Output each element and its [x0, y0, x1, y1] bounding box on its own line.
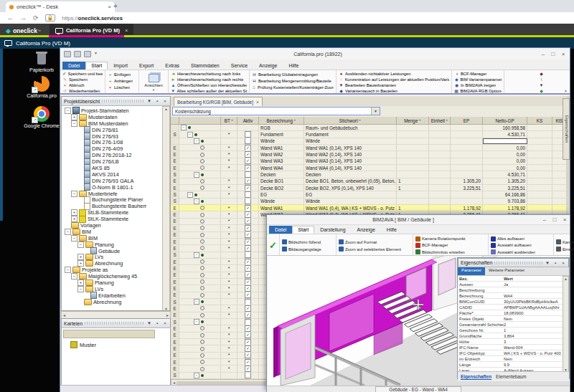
- bim-ribbon-tab-anzeige[interactable]: Anzeige: [352, 226, 381, 234]
- ep-cell[interactable]: [451, 165, 483, 171]
- bim-maximize-button[interactable]: □: [550, 216, 560, 223]
- netto-gp-cell[interactable]: 3.225,51: [483, 185, 527, 191]
- ep-cell[interactable]: [451, 131, 483, 137]
- collapsed-properties-tab[interactable]: Eigenschaften: [563, 98, 570, 160]
- tree-item[interactable]: Buchungstexte Bauherr: [63, 203, 163, 209]
- aktiv-cell[interactable]: ✓: [237, 145, 259, 150]
- aktiv-cell[interactable]: ✓: [237, 225, 259, 231]
- row-expander-icon[interactable]: −: [187, 192, 193, 198]
- bim-ribbon-tab-darstellung[interactable]: Darstellung: [314, 226, 351, 234]
- dropdown-icon[interactable]: ▼: [146, 99, 152, 103]
- close-icon[interactable]: ×: [560, 261, 566, 265]
- kts-cell[interactable]: [552, 171, 567, 177]
- einheit-cell[interactable]: [429, 151, 451, 157]
- ribbon-item[interactable]: ◑BCF-Manager: [454, 72, 502, 77]
- close-button[interactable]: ×: [558, 51, 568, 57]
- ribbon-item[interactable]: ◆: [539, 88, 568, 93]
- kts-cell[interactable]: [552, 199, 567, 204]
- tree-item[interactable]: Buchungstexte Planer: [63, 196, 163, 203]
- tree-expander-icon[interactable]: +: [71, 114, 77, 120]
- hierarchy-cell[interactable]: [179, 151, 221, 157]
- ribbon-tab-export[interactable]: Export: [133, 62, 159, 70]
- properties-tab-parameter[interactable]: Parameter: [458, 267, 485, 275]
- tree-vertical-scrollbar[interactable]: ▲▼: [162, 106, 170, 311]
- tree-item[interactable]: −Projekte as: [63, 267, 163, 273]
- ribbon-tab-extras[interactable]: Extras: [159, 62, 185, 70]
- aktiv-cell[interactable]: ✓: [237, 272, 259, 278]
- sort-icon[interactable]: ▼: [418, 119, 420, 122]
- stichwort-cell[interactable]: Raum- und Gebäudebuch: [304, 125, 397, 130]
- property-row[interactable]: Höhe3: [458, 339, 564, 345]
- tree-item[interactable]: −BIM: [63, 235, 163, 242]
- bim-ribbon-item[interactable]: Bildschirmfoto erstellen: [415, 249, 486, 255]
- menge-cell[interactable]: [397, 131, 429, 137]
- aktiv-checkbox[interactable]: ✓: [245, 292, 251, 298]
- table-row[interactable]: E*✓Wand WA4Wand WA4 (0,14), XPS 1400,00: [171, 165, 567, 171]
- property-row[interactable]: Freies ObjektNein: [458, 316, 564, 322]
- kts-cell[interactable]: [552, 165, 567, 171]
- tree-item[interactable]: −BIM Musterdaten: [63, 120, 163, 127]
- karteien-item-muster[interactable]: Muster: [70, 341, 96, 348]
- ep-cell[interactable]: [451, 145, 483, 150]
- sort-icon[interactable]: ▼: [231, 119, 233, 122]
- aktiv-cell[interactable]: ✓: [237, 353, 259, 358]
- ep-cell[interactable]: [451, 158, 483, 164]
- hierarchy-cell[interactable]: [179, 205, 221, 211]
- ks-cell[interactable]: [527, 125, 552, 130]
- einheit-cell[interactable]: [429, 145, 451, 150]
- properties-tab-weitere[interactable]: Weitere Parameter: [485, 267, 528, 275]
- ribbon-item[interactable]: ▼Bearbeiten Bauteilvarianten: [339, 83, 449, 88]
- bim-ribbon-item[interactable]: Zoom auf Format: [339, 239, 410, 245]
- tree-item[interactable]: DIN 276-4/09: [63, 145, 163, 152]
- tree-item[interactable]: −Planung: [63, 242, 163, 248]
- aktiv-checkbox[interactable]: ✓: [245, 345, 251, 351]
- hierarchy-cell[interactable]: −: [179, 199, 221, 204]
- row-expander-icon[interactable]: −: [181, 125, 187, 130]
- ribbon-tab-service[interactable]: Service: [225, 62, 253, 70]
- ribbon-item[interactable]: ►Hierarchieverschiebung nach rechts: [171, 77, 247, 82]
- aktiv-cell[interactable]: ✓: [237, 211, 259, 217]
- property-row[interactable]: LayerA-Wand Aussen: [458, 368, 564, 371]
- aktiv-checkbox[interactable]: ✓: [245, 333, 251, 338]
- column-header-blank[interactable]: [171, 117, 179, 125]
- bim-ribbon-item[interactable]: Kameraeinstellung speichern: [556, 239, 574, 245]
- aktiv-checkbox[interactable]: ✓: [245, 205, 251, 211]
- ks-cell[interactable]: [527, 199, 552, 204]
- dropdown-icon[interactable]: ▼: [545, 261, 550, 265]
- tree-item[interactable]: −LVs: [63, 286, 163, 292]
- aktiv-checkbox[interactable]: [245, 138, 251, 144]
- hierarchy-cell[interactable]: −: [179, 299, 221, 305]
- property-row[interactable]: Gesamtanzahl Schichten2: [458, 322, 564, 328]
- filter-combobox[interactable]: Kostenschätzung ▼: [172, 107, 380, 115]
- einheit-cell[interactable]: [429, 158, 451, 164]
- aktiv-cell[interactable]: ✓: [237, 245, 259, 251]
- ep-cell[interactable]: [451, 191, 483, 197]
- aktiv-checkbox[interactable]: ✓: [245, 158, 251, 164]
- tree-item[interactable]: −Projekt-Stammdaten: [63, 107, 163, 114]
- ks-cell[interactable]: [527, 138, 552, 144]
- table-row[interactable]: S−DeckenDecken4.530,71: [171, 171, 567, 178]
- document-tab[interactable]: Bearbeitung KG/RGB [BIM, Gebäude] ×: [174, 97, 263, 106]
- menge-cell[interactable]: [397, 151, 429, 157]
- ribbon-item[interactable]: ×Löschen: [108, 85, 136, 90]
- ep-cell[interactable]: 1.178,92: [451, 205, 483, 211]
- maximize-button[interactable]: □: [548, 51, 558, 57]
- row-expander-icon[interactable]: −: [194, 252, 199, 258]
- aktiv-checkbox[interactable]: ✓: [245, 219, 251, 224]
- ks-cell[interactable]: [527, 158, 552, 164]
- tree-item[interactable]: Erdarbeiten: [63, 292, 163, 299]
- netto-gp-cell[interactable]: 0,00: [483, 165, 527, 171]
- stichwort-cell[interactable]: EG: [304, 191, 397, 197]
- property-row[interactable]: BezeichnungWA4: [458, 293, 564, 299]
- stichwort-cell[interactable]: Wand WA4 (0,14), XPS 140: [304, 165, 397, 171]
- print-preview-icon[interactable]: [74, 51, 81, 57]
- menge-cell[interactable]: [397, 158, 429, 164]
- column-header-EP[interactable]: EP: [451, 117, 483, 125]
- desktop-icon-chrome[interactable]: ↗Google Chrome: [22, 106, 62, 128]
- row-expander-icon[interactable]: −: [194, 172, 199, 178]
- ribbon-item[interactable]: +Anhängen: [108, 78, 136, 84]
- sort-icon[interactable]: ▼: [293, 119, 296, 122]
- menge-cell[interactable]: 1: [397, 185, 429, 191]
- hierarchy-cell[interactable]: [179, 339, 221, 345]
- hierarchy-cell[interactable]: [179, 232, 221, 238]
